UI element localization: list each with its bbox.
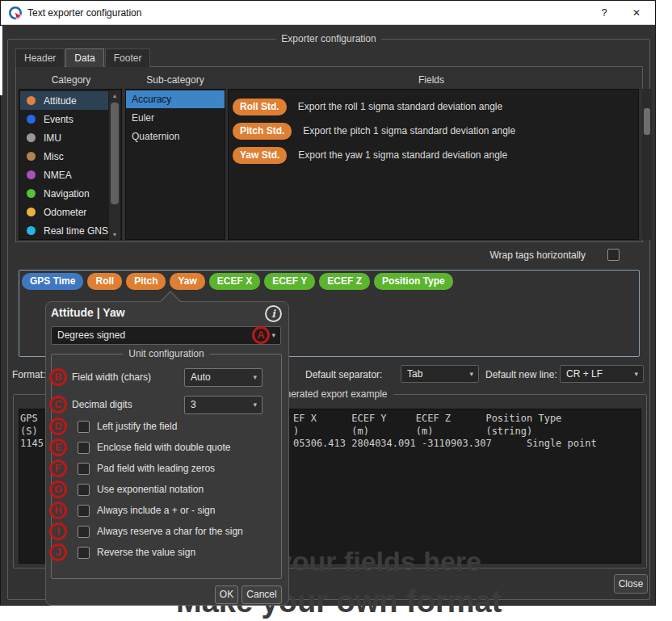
option-reverse-sign[interactable]: Reverse the value sign <box>78 546 243 559</box>
category-color-dot <box>27 152 36 161</box>
category-scrollbar[interactable]: ▲ ▼ <box>109 90 120 240</box>
field-description: Export the roll 1 sigma standard deviati… <box>298 101 502 112</box>
help-button[interactable]: ? <box>592 1 616 25</box>
category-label: Real time GNSS <box>44 225 108 237</box>
checkbox[interactable] <box>78 547 90 559</box>
scrollbar-thumb[interactable] <box>644 108 650 135</box>
field-tag[interactable]: Pitch Std. <box>233 123 292 140</box>
default-separator-label: Default separator: <box>305 369 382 380</box>
tab-bar: Header Data Footer <box>15 48 151 67</box>
format-label: Format: <box>12 369 45 380</box>
dropped-tag-ecef-x[interactable]: ECEF X <box>209 273 260 290</box>
checkbox[interactable] <box>78 463 90 475</box>
tab-footer[interactable]: Footer <box>105 48 151 67</box>
dropped-tag-pitch[interactable]: Pitch <box>126 273 166 290</box>
annotation-e: E <box>49 438 67 456</box>
default-newline-select[interactable]: CR + LF ▾ <box>560 365 644 383</box>
category-item-events[interactable]: Events <box>20 110 108 128</box>
category-column-header: Category <box>52 74 91 86</box>
option-leading-zeros[interactable]: Pad field with leading zeros <box>78 462 243 475</box>
ok-button[interactable]: OK <box>215 585 238 604</box>
fields-column-header: Fields <box>418 74 444 86</box>
field-item-pitch-std[interactable]: Pitch Std. Export the pitch 1 sigma stan… <box>229 119 638 143</box>
field-width-select[interactable]: Auto ▾ <box>184 368 262 387</box>
category-color-dot <box>27 189 36 198</box>
option-plus-minus-sign[interactable]: Always include a + or - sign <box>78 504 243 517</box>
dropped-tag-roll[interactable]: Roll <box>87 273 122 290</box>
dropped-tag-yaw[interactable]: Yaw <box>170 273 204 290</box>
chevron-down-icon: ▾ <box>253 397 257 413</box>
field-tag[interactable]: Yaw Std. <box>233 147 287 164</box>
scrollbar-thumb[interactable] <box>111 103 119 204</box>
category-label: IMU <box>44 132 61 144</box>
category-item-attitude[interactable]: Attitude <box>20 91 108 110</box>
dropped-tag-ecef-y[interactable]: ECEF Y <box>264 273 315 290</box>
fields-scrollbar[interactable] <box>642 89 652 240</box>
subcategory-item-quaternion[interactable]: Quaternion <box>126 128 225 145</box>
wrap-tags-label: Wrap tags horizontally <box>490 250 586 261</box>
tab-header[interactable]: Header <box>15 48 65 67</box>
checkbox-label: Enclose field with double quote <box>97 442 230 453</box>
default-separator-select[interactable]: Tab ▾ <box>401 365 479 383</box>
checkbox[interactable] <box>78 526 90 538</box>
chevron-down-icon: ▾ <box>469 366 473 382</box>
window-close-button[interactable]: ✕ <box>624 1 649 25</box>
checkbox[interactable] <box>78 484 90 496</box>
unit-select[interactable]: Degrees signed ▾ <box>51 326 281 345</box>
category-item-odometer[interactable]: Odometer <box>20 203 108 221</box>
checkbox[interactable] <box>78 442 90 454</box>
decimal-digits-select[interactable]: 3 ▾ <box>184 396 262 414</box>
background-window-sliver <box>0 26 2 95</box>
checkbox-label: Pad field with leading zeros <box>97 463 215 474</box>
option-double-quote[interactable]: Enclose field with double quote <box>78 441 243 454</box>
category-label: Events <box>44 114 74 125</box>
checkbox-label: Always include a + or - sign <box>97 505 215 516</box>
text-exporter-dialog: Text exporter configuration ? ✕ Exporter… <box>0 0 656 606</box>
newline-value: CR + LF <box>566 368 603 380</box>
checkbox-label: Reverse the value sign <box>97 547 195 558</box>
field-width-label: Field width (chars) <box>72 371 151 383</box>
field-tag[interactable]: Roll Std. <box>233 99 287 115</box>
option-checkbox-list: Left justify the field Enclose field wit… <box>78 420 243 567</box>
category-item-navigation[interactable]: Navigation <box>20 184 108 203</box>
field-description: Export the yaw 1 sigma standard deviatio… <box>298 149 507 161</box>
checkbox[interactable] <box>78 421 90 433</box>
field-item-roll-std[interactable]: Roll Std. Export the roll 1 sigma standa… <box>229 94 638 119</box>
app-logo-icon <box>8 6 23 20</box>
category-color-dot <box>27 170 36 179</box>
subcategory-item-euler[interactable]: Euler <box>126 109 225 127</box>
category-list: Attitude Events IMU Misc NMEA Navigation… <box>19 89 122 240</box>
close-button[interactable]: Close <box>614 574 648 594</box>
default-newline-label: Default new line: <box>485 369 557 380</box>
exporter-group-title: Exporter configuration <box>275 33 381 44</box>
wrap-tags-checkbox[interactable] <box>607 249 620 261</box>
checkbox-label: Always reserve a char for the sign <box>97 526 243 537</box>
checkbox[interactable] <box>78 505 90 517</box>
dropped-tag-position-type[interactable]: Position Type <box>374 273 453 290</box>
field-item-yaw-std[interactable]: Yaw Std. Export the yaw 1 sigma standard… <box>229 143 638 167</box>
category-color-dot <box>27 226 36 235</box>
decimal-digits-label: Decimal digits <box>72 399 132 410</box>
scroll-down-icon[interactable]: ▼ <box>109 229 120 240</box>
chevron-down-icon: ▾ <box>634 366 638 382</box>
option-left-justify[interactable]: Left justify the field <box>78 420 243 433</box>
export-example-text-right: EF X ECEF Y ECEF Z Position Type ) (m) (… <box>293 413 597 451</box>
category-item-nmea[interactable]: NMEA <box>20 166 108 184</box>
option-reserve-sign-char[interactable]: Always reserve a char for the sign <box>78 525 243 538</box>
category-item-misc[interactable]: Misc <box>20 147 108 166</box>
tab-data[interactable]: Data <box>65 48 103 67</box>
category-color-dot <box>27 133 36 142</box>
category-item-imu[interactable]: IMU <box>20 128 108 147</box>
dropped-tag-gps-time[interactable]: GPS Time <box>22 273 83 290</box>
category-label: Misc <box>44 151 64 162</box>
subcategory-item-accuracy[interactable]: Accuracy <box>126 90 225 108</box>
info-icon[interactable]: i <box>265 305 282 322</box>
scroll-up-icon[interactable]: ▲ <box>109 90 120 101</box>
cancel-button[interactable]: Cancel <box>242 585 282 604</box>
category-label: Odometer <box>44 207 86 218</box>
option-exponential[interactable]: Use exponential notation <box>78 483 243 496</box>
category-item-realtime-gnss[interactable]: Real time GNSS <box>20 221 108 240</box>
title-bar: Text exporter configuration ? ✕ <box>1 1 655 25</box>
dropped-tag-ecef-z[interactable]: ECEF Z <box>319 273 370 290</box>
annotation-j: J <box>49 543 67 561</box>
